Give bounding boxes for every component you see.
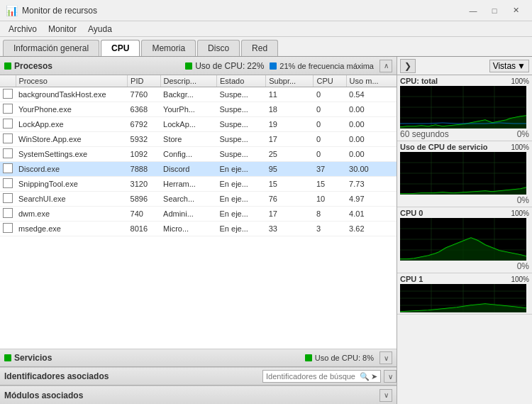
menubar: Archivo Monitor Ayuda [0,21,532,37]
processes-expand-btn[interactable]: ∧ [379,60,392,72]
app-title: Monitor de recursos [22,6,462,16]
freq-dot [270,62,277,70]
table-row[interactable]: dwm.exe 740 Admini... En eje... 17 8 4.0… [0,207,397,222]
row-desc: Admini... [160,207,216,222]
table-row[interactable]: SearchUI.exe 5896 Search... En eje... 76… [0,192,397,207]
tab-cpu[interactable]: CPU [101,40,140,56]
table-row[interactable]: SystemSettings.exe 1092 Config... Suspe.… [0,147,397,162]
checkbox[interactable] [3,119,13,129]
row-state: Suspe... [217,117,266,132]
row-cpu: 8 [314,207,346,222]
services-section[interactable]: Servicios Uso de CPU: 8% ∨ [0,349,397,367]
row-checkbox-cell [0,117,16,132]
col-uso[interactable]: Uso m... [346,75,397,87]
row-desc: Herram... [160,177,216,192]
checkbox[interactable] [3,178,13,188]
checkbox[interactable] [3,133,13,143]
graph-cpu1-pct-top: 100% [511,275,529,283]
id-search-input[interactable] [266,372,358,381]
process-table-wrapper[interactable]: Proceso PID Descrip... Estado Subpr... C… [0,75,397,349]
minimize-button[interactable]: — [462,3,484,18]
graph-cpu-service-canvas [400,152,526,195]
checkbox[interactable] [3,89,13,99]
identifiers-expand-btn[interactable]: ∨ [384,370,397,383]
col-checkbox [0,75,16,87]
checkbox[interactable] [3,223,13,233]
graph-cpu-service-pct-top: 100% [511,143,529,151]
col-proceso[interactable]: Proceso [16,75,128,87]
row-pid: 3120 [128,177,161,192]
row-pid: 5896 [128,192,161,207]
table-row[interactable]: YourPhone.exe 6368 YourPh... Suspe... 18… [0,102,397,117]
views-label: Vistas [493,61,516,71]
row-cpu: 3 [314,222,346,236]
graph-cpu0: CPU 0 100% 0% [397,207,532,273]
graph-cpu-total-pct-top: 100% [511,77,529,85]
graph-cpu-service: Uso de CPU de servicio 100% 0% [397,141,532,207]
row-desc: Micro... [160,222,216,236]
graph-cpu0-title: CPU 0 [400,209,423,217]
checkbox[interactable] [3,148,13,158]
row-uso: 0.54 [346,87,397,102]
col-pid[interactable]: PID [128,75,161,87]
table-row[interactable]: msedge.exe 8016 Micro... En eje... 33 3 … [0,222,397,236]
row-desc: Config... [160,147,216,162]
row-desc: Discord [160,162,216,177]
modules-expand-btn[interactable]: ∨ [379,389,392,402]
row-subpr: 11 [266,87,314,102]
row-process-name: msedge.exe [16,222,128,236]
row-state: En eje... [217,222,266,236]
table-row[interactable]: SnippingTool.exe 3120 Herram... En eje..… [0,177,397,192]
process-section: Proceso PID Descrip... Estado Subpr... C… [0,75,397,349]
right-expand-btn[interactable]: ❯ [400,59,416,73]
row-desc: Search... [160,192,216,207]
checkbox[interactable] [3,163,13,173]
services-title: Servicios [14,353,299,363]
tab-memoria[interactable]: Memoria [141,40,196,56]
menu-archivo[interactable]: Archivo [3,23,43,36]
row-process-name: YourPhone.exe [16,102,128,117]
table-row[interactable]: WinStore.App.exe 5932 Store Suspe... 17 … [0,132,397,147]
row-process-name: LockApp.exe [16,117,128,132]
maximize-button[interactable]: □ [484,3,505,18]
services-cpu-info: Uso de CPU: 8% [315,354,374,362]
row-cpu: 0 [314,117,346,132]
graph-cpu0-pct-top: 100% [511,209,529,217]
row-cpu: 10 [314,192,346,207]
cpu-usage-label: Uso de CPU: 22% [195,61,264,71]
identifiers-section: Identificadores asociados 🔍 ➤ ∨ [0,367,397,386]
close-button[interactable]: ✕ [505,3,526,18]
checkbox[interactable] [3,104,13,114]
row-checkbox-cell [0,147,16,162]
table-row[interactable]: Discord.exe 7888 Discord En eje... 95 37… [0,162,397,177]
row-checkbox-cell [0,222,16,236]
search-arrow-icon[interactable]: ➤ [371,372,377,381]
services-expand-btn[interactable]: ∨ [379,351,392,364]
tab-disco[interactable]: Disco [197,40,240,56]
menu-monitor[interactable]: Monitor [43,23,82,36]
row-subpr: 33 [266,222,314,236]
cpu-usage-dot [185,62,192,70]
tab-info-general[interactable]: Información general [3,40,99,56]
graph-cpu-total-canvas [400,86,526,129]
menu-ayuda[interactable]: Ayuda [82,23,118,36]
row-process-name: backgroundTaskHost.exe [16,87,128,102]
col-subpr[interactable]: Subpr... [266,75,314,87]
row-uso: 0.00 [346,102,397,117]
table-row[interactable]: LockApp.exe 6792 LockAp... Suspe... 19 0… [0,117,397,132]
table-row[interactable]: backgroundTaskHost.exe 7760 Backgr... Su… [0,87,397,102]
col-desc[interactable]: Descrip... [160,75,216,87]
graph-cpu1-canvas [400,284,526,312]
checkbox[interactable] [3,208,13,218]
row-cpu: 0 [314,102,346,117]
row-pid: 5932 [128,132,161,147]
views-dropdown[interactable]: Vistas ▼ [489,60,529,72]
tab-red[interactable]: Red [241,40,278,56]
col-estado[interactable]: Estado [217,75,266,87]
modules-title: Módulos asociados [0,391,379,400]
col-cpu[interactable]: CPU [314,75,346,87]
search-icon: 🔍 [360,372,370,381]
row-subpr: 95 [266,162,314,177]
checkbox[interactable] [3,193,13,203]
cpu-status-dot [4,62,11,70]
